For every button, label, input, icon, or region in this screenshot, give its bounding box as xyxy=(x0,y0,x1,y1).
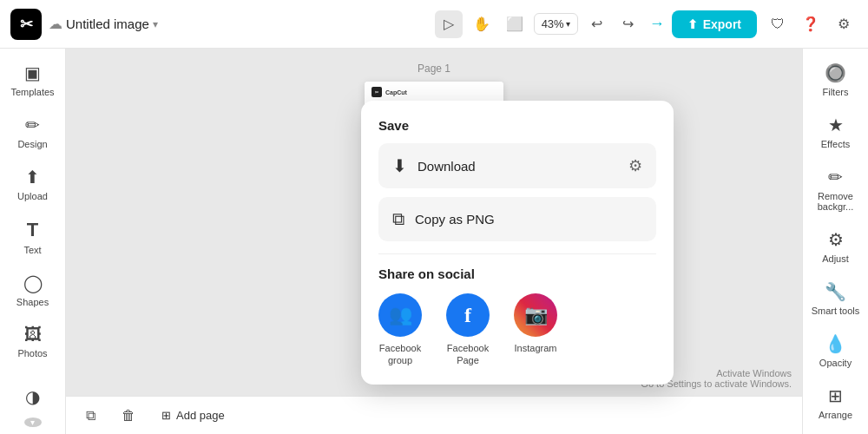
sidebar-right-arrange[interactable]: ⊞ Arrange xyxy=(806,378,865,427)
sidebar-item-design[interactable]: ✏ Design xyxy=(3,108,62,156)
text-label: Text xyxy=(23,245,41,255)
sidebar-collapse-button[interactable]: ▾ xyxy=(24,418,42,427)
smart-tools-label: Smart tools xyxy=(812,306,860,316)
sidebar-right-adjust[interactable]: ⚙ Adjust xyxy=(806,222,865,271)
social-icons: 👥 Facebookgroup f FacebookPage 📷 xyxy=(378,293,656,367)
sidebar-right-effects[interactable]: ★ Effects xyxy=(806,108,865,156)
export-button[interactable]: ⬆ Export xyxy=(672,10,757,38)
download-settings-icon[interactable]: ⚙ xyxy=(628,156,642,175)
download-option[interactable]: ⬇ Download ⚙ xyxy=(378,143,656,188)
undo-redo-group: ↩ ↪ xyxy=(583,10,642,38)
opacity-label: Opacity xyxy=(819,358,852,368)
opacity-icon: 💧 xyxy=(825,333,846,354)
download-icon: ⬇ xyxy=(392,155,407,176)
fb-group-label: Facebookgroup xyxy=(379,342,421,367)
hand-tool-button[interactable]: ✋ xyxy=(468,10,496,38)
upload-icon: ⬆ xyxy=(25,167,40,187)
fb-group-circle: 👥 xyxy=(378,293,422,337)
adjust-label: Adjust xyxy=(822,253,849,264)
share-section-title: Share on social xyxy=(378,266,656,281)
main-area: ▣ Templates ✏ Design ⬆ Upload T Text ◯ S… xyxy=(0,49,868,434)
filters-label: Filters xyxy=(823,87,849,97)
social-item-fb-group[interactable]: 👥 Facebookgroup xyxy=(378,293,422,367)
cloud-icon: ☁ xyxy=(49,16,62,32)
canvas-area[interactable]: Page 1 ✂ CapCut FRUIT JUI... W +123 456 … xyxy=(66,49,802,434)
sidebar-right-filters[interactable]: 🔘 Filters xyxy=(806,56,865,104)
sidebar-right-smart-tools[interactable]: 🔧 Smart tools xyxy=(806,274,865,323)
text-icon: T xyxy=(27,219,38,241)
download-label: Download xyxy=(418,159,476,174)
fb-page-label: FacebookPage xyxy=(447,342,489,367)
arrange-label: Arrange xyxy=(819,410,852,420)
topbar: ✂ ☁ Untitled image ▾ ▷ ✋ ⬜ 43% ▾ ↩ ↪ → ⬆… xyxy=(0,0,868,49)
title-area: ☁ Untitled image ▾ xyxy=(49,16,158,32)
copy-png-label: Copy as PNG xyxy=(415,212,495,227)
preview-brand: CapCut xyxy=(385,89,407,95)
arrow-icon: → xyxy=(649,15,665,33)
shapes-label: Shapes xyxy=(16,297,49,307)
preview-header: ✂ CapCut xyxy=(365,82,503,102)
templates-icon: ▣ xyxy=(24,62,41,83)
settings-button[interactable]: ⚙ xyxy=(830,10,858,38)
export-icon: ⬆ xyxy=(687,17,698,31)
add-page-icon: ⊞ xyxy=(161,409,171,422)
delete-page-button[interactable]: 🗑 xyxy=(115,402,142,430)
export-label: Export xyxy=(703,17,741,31)
instagram-circle: 📷 xyxy=(514,293,557,337)
topbar-tools: ▷ ✋ ⬜ 43% ▾ ↩ ↪ xyxy=(435,10,642,38)
export-popup: Save ⬇ Download ⚙ ⧉ Copy as PNG Share on… xyxy=(361,101,674,385)
redo-button[interactable]: ↪ xyxy=(615,10,642,38)
instagram-label: Instagram xyxy=(515,342,557,354)
sidebar-item-templates[interactable]: ▣ Templates xyxy=(3,56,62,104)
page-label: Page 1 xyxy=(418,62,450,75)
effects-icon: ★ xyxy=(828,115,844,135)
photos-icon: 🖼 xyxy=(24,325,42,345)
preview-logo: ✂ xyxy=(372,87,382,97)
design-label: Design xyxy=(17,139,47,149)
sidebar-item-shapes[interactable]: ◯ Shapes xyxy=(3,266,62,314)
moon-icon: ◑ xyxy=(25,386,40,407)
bottom-bar: ⧉ 🗑 ⊞ Add page xyxy=(66,396,802,434)
sidebar-item-photos[interactable]: 🖼 Photos xyxy=(3,318,62,365)
sidebar-item-moon[interactable]: ◑ xyxy=(3,379,62,414)
topbar-right-icons: 🛡 ❓ ⚙ xyxy=(764,10,858,38)
templates-label: Templates xyxy=(10,87,54,97)
save-section-title: Save xyxy=(378,118,656,133)
sidebar-right-opacity[interactable]: 💧 Opacity xyxy=(806,326,865,375)
add-page-button[interactable]: ⊞ Add page xyxy=(153,404,233,427)
copy-png-option[interactable]: ⧉ Copy as PNG xyxy=(378,197,656,241)
arrow-indicator: → xyxy=(649,15,665,33)
add-page-label: Add page xyxy=(176,409,225,422)
frame-tool-button[interactable]: ⬜ xyxy=(501,10,529,38)
sidebar-item-upload[interactable]: ⬆ Upload xyxy=(3,160,62,208)
adjust-icon: ⚙ xyxy=(828,229,844,250)
shapes-icon: ◯ xyxy=(23,273,43,293)
document-title[interactable]: Untitled image xyxy=(66,16,149,31)
smart-tools-icon: 🔧 xyxy=(825,281,846,302)
remove-bg-label: Remove backgr... xyxy=(812,191,860,212)
sidebar-right: 🔘 Filters ★ Effects ✏ Remove backgr... ⚙… xyxy=(802,49,868,434)
social-item-fb-page[interactable]: f FacebookPage xyxy=(446,293,490,367)
copy-png-icon: ⧉ xyxy=(392,209,404,229)
select-tool-button[interactable]: ▷ xyxy=(435,10,463,38)
remove-bg-icon: ✏ xyxy=(828,167,843,187)
title-chevron-icon[interactable]: ▾ xyxy=(153,18,158,30)
instagram-icon: 📷 xyxy=(524,304,548,326)
help-button[interactable]: ❓ xyxy=(797,10,825,38)
effects-label: Effects xyxy=(821,139,850,149)
fb-page-circle: f xyxy=(446,293,490,337)
fb-page-icon: f xyxy=(464,304,471,327)
undo-button[interactable]: ↩ xyxy=(583,10,611,38)
app-logo[interactable]: ✂ xyxy=(10,9,42,40)
sidebar-right-remove-bg[interactable]: ✏ Remove backgr... xyxy=(806,160,865,219)
photos-label: Photos xyxy=(17,348,47,358)
zoom-selector[interactable]: 43% ▾ xyxy=(534,13,578,35)
social-item-instagram[interactable]: 📷 Instagram xyxy=(514,293,557,367)
fb-group-icon: 👥 xyxy=(389,304,412,326)
sidebar-item-text[interactable]: T Text xyxy=(3,212,62,262)
popup-divider xyxy=(378,253,656,254)
copy-page-button[interactable]: ⧉ xyxy=(76,402,104,430)
shield-button[interactable]: 🛡 xyxy=(764,10,792,38)
copy-png-option-left: ⧉ Copy as PNG xyxy=(392,209,495,229)
popup-overlay: Save ⬇ Download ⚙ ⧉ Copy as PNG Share on… xyxy=(66,49,802,434)
